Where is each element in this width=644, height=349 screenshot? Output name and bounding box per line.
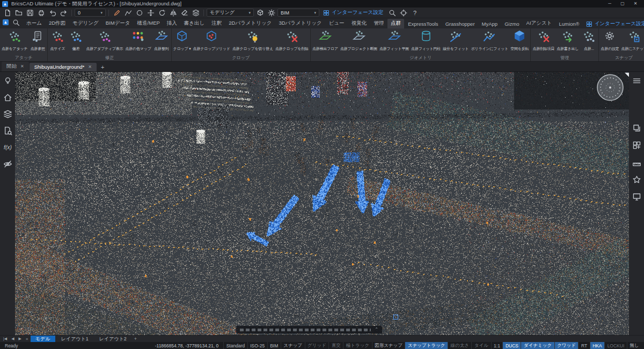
ribbon-tab-16[interactable]: MyApp	[479, 20, 501, 28]
ribbon-tab-8[interactable]: 2Dパラメトリック	[225, 19, 275, 28]
fx-icon[interactable]: f(x)	[2, 142, 13, 152]
pencil-icon[interactable]	[112, 9, 122, 17]
sun-icon[interactable]	[266, 9, 276, 17]
erase-icon[interactable]	[179, 9, 189, 17]
ribbon-button-1-3[interactable]: 点群の色マップ	[124, 29, 152, 55]
status-toggle-7[interactable]: 図形スナップ	[372, 342, 405, 349]
home-icon[interactable]	[2, 92, 13, 103]
ribbon-button-3-6[interactable]: 空間を反転	[509, 29, 530, 55]
ribbon-tab-7[interactable]: 注釈	[208, 19, 225, 28]
ribbon-tab-10[interactable]: ビュー	[326, 19, 348, 28]
undo-icon[interactable]	[47, 9, 57, 17]
status-toggle-2[interactable]: BIM	[267, 342, 281, 349]
ribbon-button-2-1[interactable]: 点群クロップソリッド	[192, 29, 231, 55]
layout-nav-1[interactable]: ◀	[10, 337, 16, 341]
close-button[interactable]: ✕	[629, 0, 642, 8]
bulb-icon[interactable]	[2, 75, 13, 86]
ribbon-tab-6[interactable]: 書き出し	[181, 19, 208, 28]
layers-icon[interactable]	[191, 9, 201, 17]
ribbon-button-2-2[interactable]: 点群クロップを切り替え	[231, 29, 274, 55]
layout-tab-2[interactable]: レイアウト2	[94, 336, 131, 342]
eye-off-icon[interactable]	[2, 158, 13, 169]
document-tab-0[interactable]: 開始✕	[2, 62, 29, 71]
ribbon-tab-12[interactable]: 管理	[370, 19, 387, 28]
ribbon-button-2-3[interactable]: 点群クロップを削除	[274, 29, 310, 55]
ribbon-button-4-0[interactable]: 点群削除項目	[531, 29, 555, 55]
workspace-combo[interactable]: モデリング▾	[207, 9, 254, 17]
ribbon-button-3-5[interactable]: ポリラインにフィット	[470, 29, 510, 55]
move-icon[interactable]	[145, 9, 156, 17]
help-icon[interactable]: ?	[409, 9, 420, 17]
target-icon[interactable]	[398, 9, 408, 17]
save-icon[interactable]	[25, 9, 35, 17]
ribbon-button-4-1[interactable]: 点群書き出し	[555, 29, 580, 55]
interface-settings-button[interactable]: インターフェース設定	[320, 9, 386, 16]
doc-search-icon[interactable]	[2, 125, 13, 136]
layout-tab-1[interactable]: レイアウト1	[56, 336, 93, 342]
close-tab-icon[interactable]: ✕	[20, 64, 24, 69]
interface-settings-button[interactable]: インターフェース設定	[583, 20, 644, 27]
ribbon-button-1-4[interactable]: 点群整列	[152, 29, 171, 55]
ribbon-tab-9[interactable]: 3Dパラメトリック	[275, 19, 325, 28]
ribbon-tab-18[interactable]: AIアシスト	[523, 19, 555, 28]
ribbon-tab-1[interactable]: 2D作図	[46, 19, 69, 28]
mirror-icon[interactable]	[168, 9, 178, 17]
ribbon-tab-3[interactable]: BIMデータ	[103, 19, 134, 28]
profile-combo[interactable]: BIM▾	[277, 9, 319, 17]
star-icon[interactable]	[631, 174, 642, 185]
viewport[interactable]: ◥ ⌃	[15, 72, 629, 335]
monitor-icon[interactable]	[631, 191, 642, 202]
ribbon-tab-4[interactable]: 構造/MEP	[134, 19, 163, 28]
value-combo[interactable]: 0▾	[75, 9, 106, 17]
command-bar[interactable]: ⌃	[236, 326, 382, 333]
ribbon-tab-19[interactable]: Lumion®	[555, 20, 582, 28]
ribbon-button-3-1[interactable]: 点群プロジェクト断面	[339, 29, 378, 55]
hamburger-icon[interactable]	[631, 75, 642, 86]
status-toggle-13[interactable]: ダイナミック	[521, 342, 554, 349]
ribbon-button-3-4[interactable]: 線分をフィット	[442, 29, 470, 55]
ribbon-button-2-0[interactable]: クロップ ▾	[172, 29, 192, 55]
rotate-icon[interactable]	[157, 9, 167, 17]
ribbon-button-3-3[interactable]: 点群フィット円柱	[410, 29, 442, 55]
layout-nav-3[interactable]: ≡	[24, 337, 30, 341]
ribbon-tab-14[interactable]: ExpressTools	[405, 20, 442, 28]
status-toggle-3[interactable]: スナップ	[281, 342, 305, 349]
status-toggle-17[interactable]: LOCKUI	[604, 342, 627, 349]
app-menu-icon[interactable]	[3, 18, 9, 27]
print-icon[interactable]	[36, 9, 46, 17]
ribbon-button-1-2[interactable]: 点群アダプティブ表示	[85, 29, 124, 55]
redo-icon[interactable]	[58, 9, 69, 17]
layout-tab-0[interactable]: モデル	[31, 336, 55, 342]
status-toggle-0[interactable]: Standard	[223, 342, 247, 349]
circle-icon[interactable]	[134, 9, 144, 17]
maximize-button[interactable]: ▢	[616, 0, 629, 8]
status-toggle-8[interactable]: スナップトラック	[405, 342, 448, 349]
chevron-up-icon[interactable]: ⌃	[375, 328, 378, 332]
cube-icon[interactable]	[255, 9, 265, 17]
ribbon-button-5-0[interactable]: 点群の設定	[599, 29, 620, 55]
ribbon-tab-0[interactable]: ホーム	[23, 19, 45, 28]
minimize-button[interactable]: ─	[603, 0, 616, 8]
status-toggle-11[interactable]: 1:1	[491, 342, 503, 349]
status-toggle-12[interactable]: DUCS	[502, 342, 521, 349]
ribbon-tab-11[interactable]: 視覚化	[348, 19, 370, 28]
ribbon-tab-5[interactable]: 挿入	[164, 19, 180, 28]
close-tab-icon[interactable]: ✕	[88, 64, 92, 69]
layout-nav-2[interactable]: ▶	[17, 337, 23, 341]
status-toggle-4[interactable]: グリッド	[305, 342, 329, 349]
ribbon-button-5-1[interactable]: 点群にスナップ	[620, 29, 644, 55]
layout-nav-0[interactable]: |◀	[2, 337, 9, 341]
new-file-icon[interactable]	[2, 9, 12, 17]
ribbon-button-3-2[interactable]: 点群フィット平面	[378, 29, 410, 55]
document-tab-1[interactable]: ShibuyaUnderground*✕	[30, 63, 97, 71]
ribbon-button-3-0[interactable]: 点群検出フロア	[311, 29, 339, 55]
ribbon-button-1-0[interactable]: 点サイズ	[48, 29, 67, 55]
ribbon-tab-17[interactable]: Gizmo	[501, 20, 522, 28]
new-tab-button[interactable]: +	[97, 64, 108, 71]
point-cloud-canvas[interactable]	[15, 72, 629, 335]
status-toggle-6[interactable]: 極トラック	[343, 342, 371, 349]
app-icon[interactable]	[2, 1, 8, 7]
ribbon-button-4-2[interactable]: 点群...	[580, 29, 598, 55]
status-toggle-9[interactable]: 線の太さ	[448, 342, 471, 349]
status-toggle-1[interactable]: ISO-25	[247, 342, 267, 349]
